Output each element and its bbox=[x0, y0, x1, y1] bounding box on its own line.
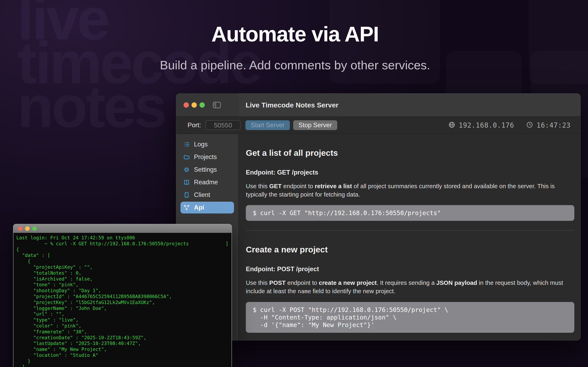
sidebar-toggle-icon[interactable] bbox=[213, 102, 221, 108]
hero-subtitle: Build a pipeline. Add comments by other … bbox=[0, 58, 588, 72]
sidebar-item-label: Settings bbox=[194, 166, 217, 173]
api-nodes-icon bbox=[183, 204, 190, 211]
sidebar-item-readme[interactable]: Readme bbox=[181, 176, 234, 188]
sidebar-item-label: Logs bbox=[194, 141, 208, 148]
sidebar-item-projects[interactable]: Projects bbox=[181, 151, 234, 163]
clock-icon bbox=[526, 121, 533, 129]
globe-icon bbox=[448, 121, 456, 129]
sidebar-item-settings[interactable]: Settings bbox=[181, 164, 234, 175]
sidebar-item-logs[interactable]: Logs bbox=[181, 138, 234, 150]
port-label: Port: bbox=[188, 122, 201, 129]
minimize-window-button[interactable] bbox=[25, 226, 30, 231]
curl-get-code-block: $ curl -X GET "http://192.168.0.176:5055… bbox=[246, 205, 574, 221]
server-time: 16:47:23 bbox=[536, 121, 571, 129]
book-icon bbox=[183, 179, 190, 186]
titlebar-sidebar-area bbox=[176, 94, 239, 117]
terminal-window: Last login: Fri Oct 24 17:42:59 on ttys0… bbox=[13, 224, 232, 367]
sidebar-item-label: Client bbox=[194, 191, 210, 199]
titlebar: Live Timecode Notes Server bbox=[176, 94, 580, 117]
terminal-output[interactable]: Last login: Fri Oct 24 17:42:59 on ttys0… bbox=[13, 233, 232, 367]
sidebar-item-client[interactable]: Client bbox=[181, 189, 234, 201]
hero: Automate via API Build a pipeline. Add c… bbox=[0, 0, 588, 72]
window-title: Live Timecode Notes Server bbox=[246, 101, 338, 109]
folder-icon bbox=[183, 153, 190, 161]
sidebar-item-api[interactable]: Api bbox=[181, 202, 234, 213]
server-app-window: Live Timecode Notes Server Port: Start S… bbox=[176, 93, 581, 341]
gear-icon bbox=[183, 166, 190, 173]
section-heading: Get a list of all projects bbox=[246, 148, 574, 158]
titlebar-title-area: Live Timecode Notes Server bbox=[239, 94, 580, 117]
terminal-titlebar bbox=[13, 224, 232, 233]
zoom-window-button[interactable] bbox=[199, 102, 205, 108]
close-window-button[interactable] bbox=[18, 226, 22, 231]
toolbar: Port: Start Server Stop Server 192.168.0… bbox=[176, 117, 580, 134]
api-docs-content: Get a list of all projects Endpoint: GET… bbox=[239, 134, 580, 340]
page: live timecode notes Automate via API Bui… bbox=[0, 0, 588, 367]
close-window-button[interactable] bbox=[183, 102, 189, 108]
ip-address: 192.168.0.176 bbox=[459, 121, 514, 129]
endpoint-label: Endpoint: POST /project bbox=[246, 266, 574, 273]
section-heading: Create a new project bbox=[246, 245, 574, 254]
sidebar-item-label: Projects bbox=[194, 153, 217, 161]
section-divider bbox=[246, 230, 574, 231]
sidebar-item-label: Readme bbox=[194, 179, 218, 186]
port-input[interactable] bbox=[205, 120, 241, 130]
zoom-window-button[interactable] bbox=[32, 226, 37, 231]
device-icon bbox=[183, 191, 190, 199]
start-server-button[interactable]: Start Server bbox=[245, 120, 290, 130]
curl-post-code-block: $ curl -X POST "http://192.168.0.176:505… bbox=[246, 302, 574, 333]
endpoint-label: Endpoint: GET /projects bbox=[246, 169, 574, 176]
server-status: 192.168.0.176 16:47:23 bbox=[448, 121, 571, 129]
sidebar-item-label: Api bbox=[194, 204, 204, 211]
minimize-window-button[interactable] bbox=[191, 102, 197, 108]
section-description: Use this GET endpoint to retrieve a list… bbox=[246, 182, 574, 199]
stop-server-button[interactable]: Stop Server bbox=[293, 120, 337, 130]
list-icon bbox=[183, 141, 190, 148]
section-description: Use this POST endpoint to create a new p… bbox=[246, 278, 574, 295]
hero-title: Automate via API bbox=[0, 22, 588, 46]
